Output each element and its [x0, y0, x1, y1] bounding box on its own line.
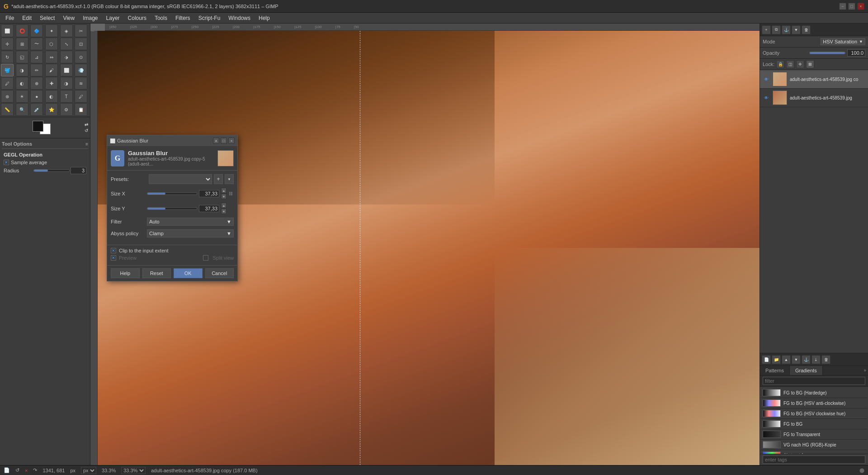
tool-pencil[interactable]: ✏	[30, 64, 43, 76]
tool-ellipse-select[interactable]: ⭕	[16, 24, 28, 37]
foreground-color[interactable]	[33, 121, 43, 132]
status-zoom-select[interactable]: 33.3%	[121, 467, 146, 474]
gradient-item-0[interactable]: FG to BG (Hardedge)	[761, 388, 867, 398]
gb-reset-button[interactable]: Reset	[142, 268, 171, 278]
tool-free-select[interactable]: 🔷	[30, 24, 43, 37]
gb-abyss-policy-select[interactable]: Clamp ▼	[147, 229, 234, 238]
gb-expand-button[interactable]: □	[221, 138, 227, 144]
tool-blend[interactable]: ◑	[16, 64, 28, 76]
status-new-button[interactable]: 📄	[4, 467, 10, 473]
layers-action-down[interactable]: ▼	[792, 355, 801, 364]
tool-rect-select[interactable]: ⬜	[1, 24, 14, 37]
tags-input[interactable]	[763, 456, 865, 464]
tool-flip[interactable]: ⇔	[45, 51, 58, 63]
tool-by-color[interactable]: ◈	[60, 24, 73, 37]
gb-filter-select[interactable]: Auto ▼	[147, 218, 234, 226]
tool-fuzzy-select[interactable]: ✦	[45, 24, 58, 37]
layers-new-button[interactable]: +	[762, 25, 771, 34]
lock-alpha-button[interactable]: ◫	[786, 60, 794, 68]
status-export-button[interactable]: ↷	[33, 467, 37, 473]
tool-smudge[interactable]: ≋	[75, 77, 87, 90]
tool-burn[interactable]: ●	[30, 90, 43, 103]
lock-all-button[interactable]: ⊠	[806, 60, 814, 68]
tool-perspective[interactable]: ⊿	[30, 51, 43, 63]
canvas-container[interactable]: ⬜ Gaussian Blur ∧ □ × G Gaussian Blur ad…	[98, 31, 760, 465]
layer-visibility-1[interactable]: 👁	[763, 94, 770, 101]
gb-presets-menu-button[interactable]: ▼	[225, 174, 234, 184]
panel-close-button[interactable]: »	[862, 366, 868, 375]
menu-edit[interactable]: Edit	[19, 14, 35, 22]
gb-preview-checkbox[interactable]: ✕	[111, 255, 116, 261]
menu-file[interactable]: File	[2, 14, 18, 22]
tool-move[interactable]: ✛	[1, 38, 14, 50]
tool-gegl[interactable]: ⚙	[60, 103, 73, 116]
menu-image[interactable]: Image	[79, 14, 101, 22]
layers-action-delete[interactable]: 🗑	[821, 355, 830, 364]
tool-rotate[interactable]: ↻	[1, 51, 14, 63]
menu-layer[interactable]: Layer	[103, 14, 123, 22]
tool-bucket-fill[interactable]: 🪣	[1, 64, 14, 76]
layers-mode-select[interactable]: HSV Saturation ▼	[821, 38, 865, 45]
menu-select[interactable]: Select	[36, 14, 58, 22]
tab-gradients[interactable]: Gradients	[790, 366, 823, 375]
menu-colours[interactable]: Colours	[124, 14, 150, 22]
tool-options-menu-icon[interactable]: ≡	[85, 142, 88, 147]
gradient-item-5[interactable]: VG nach HG (RGB)-Kopie	[761, 440, 867, 450]
tool-star[interactable]: ⭐	[45, 103, 58, 116]
menu-help[interactable]: Help	[255, 14, 274, 22]
menu-filters[interactable]: Filters	[172, 14, 194, 22]
tool-path[interactable]: 🖊	[75, 90, 87, 103]
gradient-filter-input[interactable]	[763, 377, 865, 385]
lock-position-button[interactable]: ✛	[796, 60, 804, 68]
tool-handle-transform[interactable]: ⊙	[75, 51, 87, 63]
tool-heal[interactable]: ✚	[45, 77, 58, 90]
tool-3d-transform[interactable]: ⬗	[60, 51, 73, 63]
gb-ok-button[interactable]: OK	[174, 268, 203, 278]
layers-anchor-button[interactable]: ⚓	[782, 25, 791, 34]
gb-collapse-button[interactable]: ∧	[213, 138, 219, 144]
layers-action-folder[interactable]: 📁	[772, 355, 781, 364]
gradient-item-2[interactable]: FG to BG (HSV clockwise hue)	[761, 408, 867, 419]
layer-item-1[interactable]: 👁 adult-aesthetics-art-458539.jpg	[760, 89, 868, 107]
layers-delete-button[interactable]: 🗑	[802, 25, 811, 34]
layers-action-up[interactable]: ▲	[782, 355, 791, 364]
tool-paintbrush[interactable]: 🖌	[45, 64, 58, 76]
gb-size-y-down[interactable]: ▼	[221, 209, 226, 214]
tool-align[interactable]: ⊞	[16, 38, 28, 50]
layers-action-anchor[interactable]: ⚓	[802, 355, 811, 364]
radius-input[interactable]	[71, 167, 86, 174]
tool-text[interactable]: T	[60, 90, 73, 103]
tool-airbrush[interactable]: 💨	[75, 64, 87, 76]
gaussian-blur-titlebar[interactable]: ⬜ Gaussian Blur ∧ □ ×	[107, 135, 237, 146]
tool-mypaint[interactable]: ◐	[16, 77, 28, 90]
gb-chain-icon[interactable]: ⛓	[227, 191, 234, 196]
tool-scale[interactable]: ⤡	[60, 38, 73, 50]
gb-size-x-down[interactable]: ▼	[221, 194, 226, 199]
gb-help-button[interactable]: Help	[111, 268, 140, 278]
tool-shear[interactable]: ◱	[16, 51, 28, 63]
status-units-select[interactable]: px	[81, 467, 96, 474]
lock-pixels-button[interactable]: 🔒	[776, 60, 784, 68]
gb-clip-checkbox[interactable]: ✕	[111, 248, 116, 253]
minimize-button[interactable]: −	[839, 3, 846, 10]
tab-patterns[interactable]: Patterns	[760, 366, 790, 375]
layers-action-merge[interactable]: ⤓	[811, 355, 821, 364]
tool-convolve[interactable]: ⊛	[1, 90, 14, 103]
tool-scissors[interactable]: ✂	[75, 24, 87, 37]
gb-close-button[interactable]: ×	[228, 138, 235, 144]
opacity-input[interactable]	[847, 49, 865, 57]
gb-size-x-input[interactable]	[199, 190, 219, 197]
tool-dodge2[interactable]: ◐	[45, 90, 58, 103]
layers-duplicate-button[interactable]: ⧉	[772, 25, 781, 34]
gradient-item-3[interactable]: FG to BG	[761, 419, 867, 429]
gb-size-x-up[interactable]: ▲	[221, 188, 226, 193]
tool-clone[interactable]: ⊕	[30, 77, 43, 90]
tool-ink[interactable]: 🖊	[1, 77, 14, 90]
gradient-item-6[interactable]: Abstract 1	[761, 450, 867, 454]
layer-item-0[interactable]: 👁 adult-aesthetics-art-458539.jpg co	[760, 70, 868, 89]
tool-dodge-burn[interactable]: ◑	[60, 77, 73, 90]
tool-dodge[interactable]: ☀	[16, 90, 28, 103]
status-open-button[interactable]: ↺	[15, 467, 19, 473]
tool-color-picker[interactable]: 💉	[30, 103, 43, 116]
close-button[interactable]: ×	[857, 3, 864, 10]
